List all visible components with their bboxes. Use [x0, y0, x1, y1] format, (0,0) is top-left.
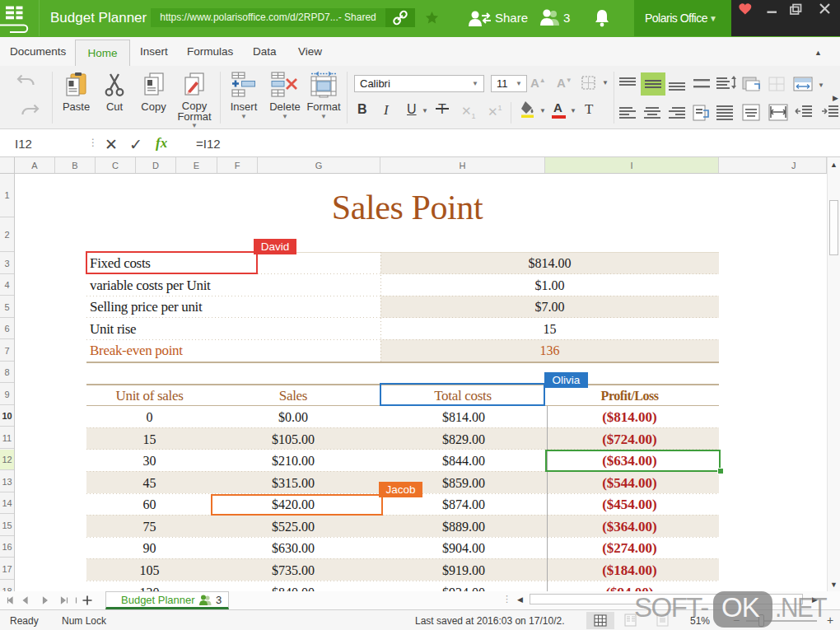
svg-text:▼: ▼ [818, 82, 824, 89]
